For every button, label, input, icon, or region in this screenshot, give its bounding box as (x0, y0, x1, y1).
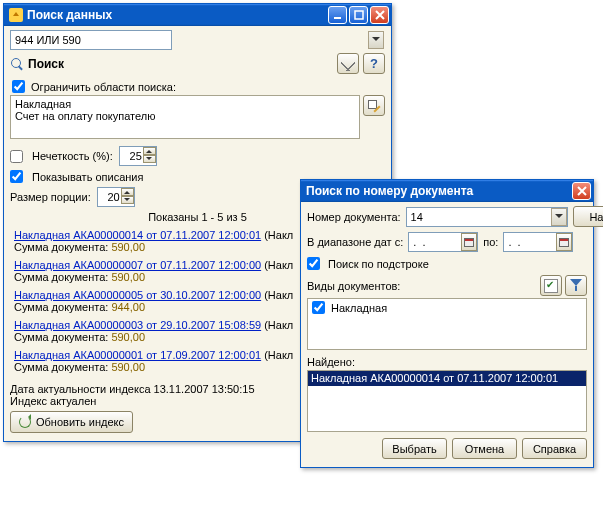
svg-rect-1 (355, 11, 363, 19)
close-button[interactable] (370, 6, 389, 24)
refresh-icon (19, 416, 31, 428)
svg-rect-0 (334, 17, 341, 19)
minimize-button[interactable] (328, 6, 347, 24)
sum-label: Сумма документа: (14, 241, 108, 253)
date-range-label: В диапазоне дат с: (307, 236, 403, 248)
result-suffix: (Накл (264, 349, 293, 361)
titlebar[interactable]: Поиск данных (4, 4, 391, 26)
filter-types-button[interactable] (565, 275, 587, 296)
window-title: Поиск данных (27, 8, 326, 22)
funnel-icon (569, 279, 583, 293)
found-list[interactable]: Накладная АКА00000014 от 07.11.2007 12:0… (307, 370, 587, 432)
help-button[interactable]: Справка (522, 438, 587, 459)
show-desc-label: Показывать описания (32, 171, 143, 183)
close-button[interactable] (572, 182, 591, 200)
result-link[interactable]: Накладная АКА00000001 от 17.09.2007 12:0… (14, 349, 261, 361)
doctype-item[interactable]: Накладная (331, 302, 387, 314)
settings-button[interactable] (337, 53, 359, 74)
sum-label: Сумма документа: (14, 271, 108, 283)
client-area: Номер документа: Найти В диапазоне дат с… (301, 202, 593, 467)
search-icon (10, 57, 24, 71)
found-label: Найдено: (307, 356, 587, 368)
fuzzy-spinner[interactable] (143, 147, 156, 163)
calendar-to-button[interactable] (556, 233, 572, 251)
doctype-checkbox[interactable] (312, 301, 325, 314)
limit-areas-checkbox[interactable] (12, 80, 25, 93)
find-button[interactable]: Найти (573, 206, 603, 227)
sum-label: Сумма документа: (14, 361, 108, 373)
tools-icon (341, 57, 355, 71)
refresh-index-button[interactable]: Обновить индекс (10, 411, 133, 433)
area-item[interactable]: Накладная (15, 98, 355, 110)
titlebar[interactable]: Поиск по номеру документа (301, 180, 593, 202)
sum-value: 590,00 (111, 241, 145, 253)
limit-areas-label: Ограничить области поиска: (31, 81, 176, 93)
sum-value: 590,00 (111, 271, 145, 283)
refresh-label: Обновить индекс (36, 416, 124, 428)
edit-icon (367, 99, 381, 113)
docnum-dropdown-button[interactable] (551, 208, 567, 226)
date-to-label: по: (483, 236, 498, 248)
cancel-button[interactable]: Отмена (452, 438, 517, 459)
question-icon: ? (370, 56, 378, 71)
result-suffix: (Накл (264, 229, 293, 241)
substring-label: Поиск по подстроке (328, 258, 429, 270)
show-desc-checkbox[interactable] (10, 170, 23, 183)
sum-label: Сумма документа: (14, 301, 108, 313)
checklist-icon (544, 279, 558, 293)
doctypes-label: Виды документов: (307, 280, 400, 292)
select-button[interactable]: Выбрать (382, 438, 447, 459)
portion-label: Размер порции: (10, 191, 91, 203)
result-suffix: (Накл (264, 289, 293, 301)
search-areas-list[interactable]: Накладная Счет на оплату покупателю (10, 95, 360, 139)
sum-label: Сумма документа: (14, 331, 108, 343)
result-suffix: (Накл (264, 259, 293, 271)
query-input[interactable] (10, 30, 172, 50)
search-by-docnum-dialog: Поиск по номеру документа Номер документ… (300, 179, 594, 468)
app-icon (9, 8, 23, 22)
window-title: Поиск по номеру документа (306, 184, 570, 198)
select-all-button[interactable] (540, 275, 562, 296)
fuzzy-checkbox[interactable] (10, 150, 23, 163)
search-button[interactable]: Поиск (28, 57, 64, 71)
calendar-from-button[interactable] (461, 233, 477, 251)
portion-spinner[interactable] (121, 188, 134, 204)
found-item-selected[interactable]: Накладная АКА00000014 от 07.11.2007 12:0… (308, 371, 586, 386)
result-suffix: (Накл (264, 319, 293, 331)
result-link[interactable]: Накладная АКА00000005 от 30.10.2007 12:0… (14, 289, 261, 301)
docnum-label: Номер документа: (307, 211, 401, 223)
result-link[interactable]: Накладная АКА00000003 от 29.10.2007 15:0… (14, 319, 261, 331)
sum-value: 590,00 (111, 331, 145, 343)
fuzzy-label: Нечеткость (%): (32, 150, 113, 162)
result-link[interactable]: Накладная АКА00000014 от 07.11.2007 12:0… (14, 229, 261, 241)
substring-checkbox[interactable] (307, 257, 320, 270)
sum-value: 944,00 (111, 301, 145, 313)
maximize-button[interactable] (349, 6, 368, 24)
query-dropdown-button[interactable] (368, 31, 384, 49)
help-button[interactable]: ? (363, 53, 385, 74)
doctypes-list[interactable]: Накладная (307, 298, 587, 350)
result-link[interactable]: Накладная АКА00000007 от 07.11.2007 12:0… (14, 259, 261, 271)
docnum-input[interactable] (406, 207, 568, 227)
edit-areas-button[interactable] (363, 95, 385, 116)
sum-value: 590,00 (111, 361, 145, 373)
area-item[interactable]: Счет на оплату покупателю (15, 110, 355, 122)
